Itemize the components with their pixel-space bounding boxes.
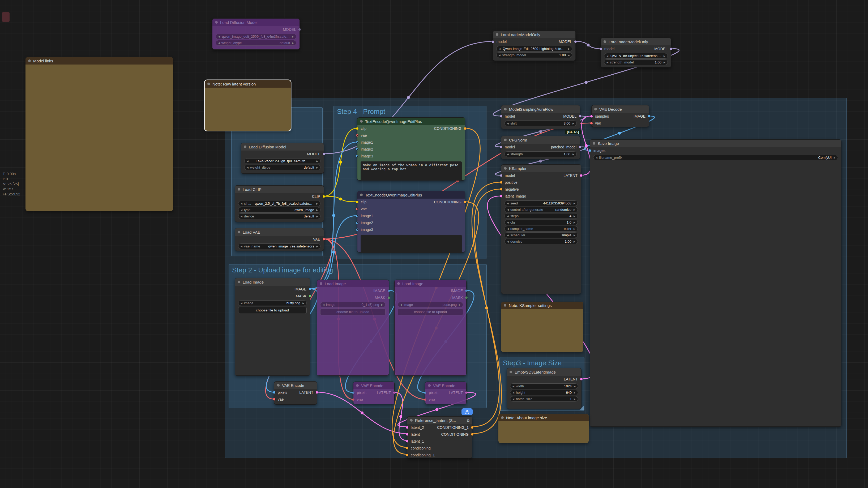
- input-port-conditioning[interactable]: [406, 447, 408, 450]
- combo-left-arrow[interactable]: ◀: [507, 215, 509, 217]
- node-text-encode-negative[interactable]: TextEncodeQwenImageEditPlusclipCONDITION…: [357, 191, 465, 252]
- collapse-dot-icon[interactable]: [504, 108, 507, 111]
- widget-strength-model[interactable]: ◀strength_model1.00▶: [496, 52, 572, 58]
- combo-right-arrow[interactable]: ▶: [574, 208, 576, 211]
- node-header[interactable]: EmptySD3LatentImage: [507, 368, 581, 376]
- combo-right-arrow[interactable]: ▶: [574, 398, 576, 400]
- node-graph-canvas[interactable]: Step 4 - PromptStep 2 - Upload image for…: [0, 0, 868, 488]
- collapse-dot-icon[interactable]: [215, 21, 218, 24]
- collapse-dot-icon[interactable]: [360, 120, 363, 123]
- note-ksampler-settings[interactable]: Note: KSampler settings: [501, 302, 583, 352]
- output-port-MASK[interactable]: [465, 297, 468, 299]
- combo-right-arrow[interactable]: ▶: [568, 48, 570, 50]
- widget-type[interactable]: ◀typeqwen_image▶: [238, 207, 320, 213]
- combo-left-arrow[interactable]: ◀: [499, 48, 500, 50]
- node-lora-loader-2[interactable]: LoraLoaderModelOnlymodelMODEL◀QWEN_InSub…: [600, 38, 671, 67]
- output-port-MODEL[interactable]: [299, 28, 301, 31]
- collapse-dot-icon[interactable]: [360, 193, 363, 196]
- output-port-IMAGE[interactable]: [648, 115, 650, 118]
- collapse-dot-icon[interactable]: [238, 231, 240, 233]
- node-load-image-3[interactable]: Load ImageIMAGEMASK◀imagepose.png▶choose…: [394, 280, 467, 376]
- collapse-dot-icon[interactable]: [504, 304, 506, 307]
- combo-left-arrow[interactable]: ◀: [596, 156, 597, 159]
- node-header[interactable]: VAE Encode: [274, 382, 317, 389]
- combo-left-arrow[interactable]: ◀: [507, 153, 509, 156]
- collapse-dot-icon[interactable]: [603, 40, 606, 43]
- widget-width[interactable]: ◀width1024▶: [510, 384, 578, 389]
- input-port-model[interactable]: [492, 41, 494, 43]
- input-port-clip[interactable]: [356, 201, 359, 203]
- combo-left-arrow[interactable]: ◀: [507, 122, 509, 125]
- widget-denoise[interactable]: ◀denoise1.00▶: [504, 239, 578, 244]
- combo-right-arrow[interactable]: ▶: [316, 166, 318, 169]
- widget-shift[interactable]: ◀shift3.00▶: [504, 121, 577, 126]
- combo-left-arrow[interactable]: ◀: [607, 61, 608, 64]
- input-port-images[interactable]: [589, 150, 591, 152]
- node-header[interactable]: LoraLoaderModelOnly: [493, 31, 576, 38]
- input-port-image1[interactable]: [356, 141, 359, 144]
- input-port-conditioning_1[interactable]: [406, 454, 408, 456]
- combo-left-arrow[interactable]: ◀: [507, 202, 509, 205]
- collapse-dot-icon[interactable]: [428, 384, 431, 387]
- link-midpoint-dot[interactable]: [585, 81, 588, 84]
- combo-left-arrow[interactable]: ◀: [247, 166, 249, 169]
- node-text-encode-positive[interactable]: TextEncodeQwenImageEditPlusclipCONDITION…: [357, 117, 465, 181]
- widget-image[interactable]: ◀imagepose.png▶: [398, 302, 463, 307]
- output-port-CONDITIONING[interactable]: [471, 433, 473, 436]
- node-header[interactable]: VAE Encode: [353, 382, 394, 389]
- node-header[interactable]: KSampler: [501, 164, 581, 172]
- input-port-latent_image[interactable]: [500, 195, 502, 197]
- collapse-dot-icon[interactable]: [410, 419, 413, 422]
- combo-right-arrow[interactable]: ▶: [574, 221, 576, 224]
- input-port-image2[interactable]: [356, 148, 359, 151]
- upload-button[interactable]: choose file to upload: [238, 307, 307, 314]
- combo-left-arrow[interactable]: ◀: [513, 385, 514, 388]
- note-header[interactable]: Note: KSampler settings: [501, 302, 583, 309]
- collapse-dot-icon[interactable]: [496, 33, 498, 36]
- node-load-diffusion[interactable]: Load Diffusion ModelMODEL◀Fake-Vace2.2-H…: [241, 143, 324, 174]
- input-port-vae[interactable]: [424, 399, 427, 401]
- node-vae-encode-3[interactable]: VAE EncodepixelsLATENTvae: [425, 382, 467, 404]
- output-port-LATENT[interactable]: [393, 392, 396, 394]
- combo-left-arrow[interactable]: ◀: [218, 35, 220, 38]
- output-port-patched_model[interactable]: [579, 146, 581, 148]
- input-port-image3[interactable]: [356, 155, 359, 157]
- combo-right-arrow[interactable]: ▶: [316, 209, 318, 211]
- input-port-model[interactable]: [500, 146, 502, 148]
- input-port-model[interactable]: [599, 48, 602, 50]
- input-port-image1[interactable]: [356, 215, 359, 217]
- combo-left-arrow[interactable]: ◀: [513, 391, 514, 394]
- combo-left-arrow[interactable]: ◀: [507, 240, 509, 243]
- widget-vae-name[interactable]: ◀vae_nameqwen_image_vae.safetensors▶: [238, 243, 320, 249]
- widget-control-after-generate[interactable]: ◀control after generaterandomize▶: [504, 207, 578, 212]
- input-port-latent_2[interactable]: [406, 426, 408, 429]
- note-raw-latent[interactable]: Note: Raw latent version: [205, 80, 291, 131]
- combo-right-arrow[interactable]: ▶: [292, 35, 294, 38]
- input-port-pixels[interactable]: [273, 391, 275, 394]
- input-port-clip[interactable]: [356, 127, 359, 130]
- upload-button[interactable]: choose file to upload: [320, 308, 385, 315]
- node-vae-decode[interactable]: VAE DecodesamplesIMAGEvae: [591, 105, 649, 127]
- output-port-LATENT[interactable]: [316, 391, 318, 394]
- combo-right-arrow[interactable]: ▶: [381, 303, 383, 306]
- output-port-LATENT[interactable]: [580, 175, 582, 177]
- output-port-LATENT[interactable]: [465, 392, 468, 394]
- output-port-CLIP[interactable]: [322, 195, 325, 198]
- combo-left-arrow[interactable]: ◀: [247, 160, 249, 162]
- node-header[interactable]: TextEncodeQwenImageEditPlus: [358, 118, 465, 125]
- node-load-diffusion-bypassed[interactable]: Load Diffusion ModelMODEL◀qwen_image_edi…: [212, 18, 300, 50]
- collapse-dot-icon[interactable]: [504, 139, 507, 141]
- collapse-dot-icon[interactable]: [277, 384, 280, 387]
- input-port-vae[interactable]: [356, 134, 359, 137]
- node-lora-loader-1[interactable]: LoraLoaderModelOnlymodelMODEL◀Qwen-Image…: [493, 31, 576, 61]
- node-model-sampling-auraflow[interactable]: ModelSamplingAuraFlowmodelMODEL◀shift3.0…: [501, 105, 580, 129]
- node-header[interactable]: VAE Encode: [425, 382, 466, 389]
- widget-cfg[interactable]: ◀cfg1.0▶: [504, 220, 578, 225]
- combo-left-arrow[interactable]: ◀: [241, 202, 242, 205]
- collapse-dot-icon[interactable]: [593, 142, 595, 145]
- note-model-links[interactable]: Model links: [26, 57, 173, 211]
- widget-weight-dtype[interactable]: ◀weight_dtypedefault▶: [244, 164, 320, 170]
- input-port-vae[interactable]: [590, 122, 593, 124]
- combo-right-arrow[interactable]: ▶: [834, 156, 836, 159]
- node-header[interactable]: TextEncodeQwenImageEditPlus: [358, 191, 465, 199]
